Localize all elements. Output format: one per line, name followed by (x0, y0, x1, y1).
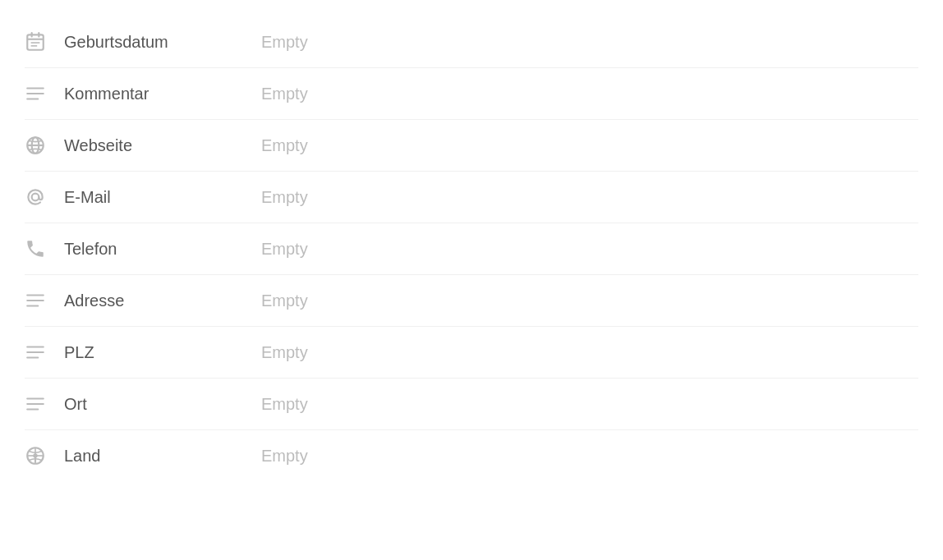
lines-icon (25, 342, 64, 363)
field-label-ort: Ort (64, 395, 261, 414)
field-row-telefon[interactable]: Telefon Empty (25, 223, 918, 275)
field-value-land: Empty (261, 447, 308, 466)
field-row-email[interactable]: E-Mail Empty (25, 172, 918, 223)
field-value-kommentar: Empty (261, 85, 308, 103)
field-value-email: Empty (261, 188, 308, 207)
web-icon (25, 135, 64, 156)
field-value-adresse: Empty (261, 291, 308, 310)
calendar-icon (25, 31, 64, 53)
phone-icon (25, 238, 64, 259)
at-icon (25, 186, 64, 208)
lines-icon (25, 83, 64, 104)
field-value-webseite: Empty (261, 136, 308, 155)
field-row-land[interactable]: Land Empty (25, 430, 918, 481)
field-row-geburtsdatum[interactable]: Geburtsdatum Empty (25, 16, 918, 68)
field-label-plz: PLZ (64, 343, 261, 362)
field-label-adresse: Adresse (64, 291, 261, 310)
field-label-email: E-Mail (64, 188, 261, 207)
field-value-telefon: Empty (261, 240, 308, 259)
svg-point-12 (32, 194, 39, 201)
field-list: Geburtsdatum Empty Kommentar Empty (0, 0, 943, 498)
lines-icon (25, 393, 64, 415)
field-label-telefon: Telefon (64, 240, 261, 259)
field-value-ort: Empty (261, 395, 308, 414)
field-value-plz: Empty (261, 343, 308, 362)
field-row-webseite[interactable]: Webseite Empty (25, 120, 918, 172)
field-label-webseite: Webseite (64, 136, 261, 155)
globe-pin-icon (25, 445, 64, 466)
field-row-ort[interactable]: Ort Empty (25, 379, 918, 430)
field-label-land: Land (64, 447, 261, 466)
field-value-geburtsdatum: Empty (261, 33, 308, 52)
field-row-adresse[interactable]: Adresse Empty (25, 275, 918, 327)
field-label-geburtsdatum: Geburtsdatum (64, 33, 261, 52)
field-row-plz[interactable]: PLZ Empty (25, 327, 918, 379)
field-row-kommentar[interactable]: Kommentar Empty (25, 68, 918, 120)
field-label-kommentar: Kommentar (64, 85, 261, 103)
lines-icon (25, 290, 64, 311)
